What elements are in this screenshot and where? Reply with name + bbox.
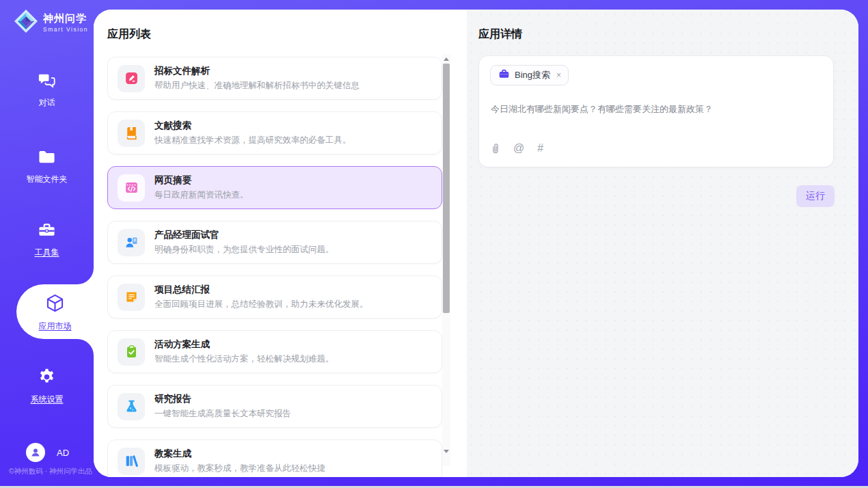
tag-close-icon[interactable]: × — [556, 70, 561, 80]
app-card[interactable]: 网页摘要 每日政府新闻资讯快查。 — [107, 166, 442, 209]
app-card-title: 招标文件解析 — [154, 65, 360, 77]
brand-logo: 神州问学 Smart Vision — [14, 9, 88, 36]
query-text-input[interactable]: 今日湖北有哪些新闻要点？有哪些需要关注的最新政策？ — [491, 103, 822, 116]
attachment-icon[interactable] — [491, 142, 500, 154]
scrollbar[interactable] — [442, 55, 450, 466]
mention-icon[interactable]: @ — [513, 142, 524, 154]
app-card-title: 活动方案生成 — [154, 338, 334, 351]
app-card-desc: 快速精准查找学术资源，提高研究效率的必备工具。 — [154, 135, 351, 146]
app-detail-panel: 应用详情 Bing搜索 × 今日湖北有哪些新闻要点？有哪些需要关注的最新政策？ — [467, 10, 858, 477]
books-icon — [118, 448, 145, 475]
app-detail-title: 应用详情 — [478, 27, 835, 42]
tool-tag-bing-search[interactable]: Bing搜索 × — [490, 65, 569, 85]
gear-icon — [38, 368, 56, 389]
run-button[interactable]: 运行 — [796, 185, 835, 207]
app-card[interactable]: 教案生成 模板驱动，教案秒成，教学准备从此轻松快捷 — [107, 439, 442, 477]
app-card-desc: 智能生成个性化活动方案，轻松解决规划难题。 — [154, 353, 334, 365]
tag-label: Bing搜索 — [515, 69, 550, 81]
app-card[interactable]: 文献搜索 快速精准查找学术资源，提高研究效率的必备工具。 — [107, 111, 442, 154]
cube-icon — [45, 293, 65, 316]
app-card-title: 项目总结汇报 — [154, 284, 368, 296]
app-card-title: 教案生成 — [154, 448, 325, 460]
app-list-title: 应用列表 — [107, 27, 442, 42]
app-card-desc: 一键智能生成高质量长文本研究报告 — [154, 408, 291, 420]
brand-diamond-icon — [14, 9, 38, 36]
scroll-down-icon[interactable] — [442, 447, 450, 455]
app-list-panel: 应用列表 招标文件解析 帮助用户快速、准确地理解和解析招标书中的关键信息 文献搜… — [94, 10, 467, 477]
briefcase-icon — [498, 68, 510, 82]
content-area: 应用列表 招标文件解析 帮助用户快速、准确地理解和解析招标书中的关键信息 文献搜… — [94, 10, 858, 477]
scroll-up-icon[interactable] — [442, 55, 450, 63]
app-card-title: 研究报告 — [154, 393, 291, 405]
research-icon — [118, 393, 145, 420]
book-icon — [118, 120, 145, 147]
sidebar-item-toolbox[interactable]: 工具集 — [0, 221, 94, 258]
sidebar-item-chat[interactable]: 对话 — [0, 71, 94, 109]
prompt-input-card[interactable]: Bing搜索 × 今日湖北有哪些新闻要点？有哪些需要关注的最新政策？ @ # — [478, 55, 834, 167]
brand-name: 神州问学 — [43, 12, 88, 25]
hash-icon[interactable]: # — [537, 142, 543, 154]
app-card-title: 产品经理面试官 — [154, 229, 334, 241]
app-card-title: 网页摘要 — [154, 174, 249, 187]
app-card-desc: 全面回顾项目进展，总结经验教训，助力未来优化发展。 — [154, 299, 368, 310]
app-card[interactable]: 产品经理面试官 明确身份和职责，为您提供专业性的面试问题。 — [107, 221, 442, 264]
app-card-desc: 模板驱动，教案秒成，教学准备从此轻松快捷 — [154, 463, 325, 474]
user-name: AD — [57, 448, 69, 458]
app-card[interactable]: 招标文件解析 帮助用户快速、准确地理解和解析招标书中的关键信息 — [107, 57, 442, 100]
browser-icon — [118, 174, 145, 202]
scrollbar-thumb[interactable] — [443, 64, 450, 313]
sidebar-item-folder[interactable]: 智能文件夹 — [0, 148, 94, 185]
app-card[interactable]: 研究报告 一键智能生成高质量长文本研究报告 — [107, 385, 442, 428]
app-card-desc: 每日政府新闻资讯快查。 — [154, 189, 249, 201]
chat-icon — [38, 71, 56, 92]
sidebar: 神州问学 Smart Vision 对话 智能文件夹 工具集 应用市场 系统设置 — [0, 0, 94, 488]
copyright-text: ©神州数码 · 神州问学出品 — [9, 467, 92, 476]
app-card[interactable]: 项目总结汇报 全面回顾项目进展，总结经验教训，助力未来优化发展。 — [107, 275, 442, 318]
toolbox-icon — [38, 221, 56, 242]
user-account[interactable]: AD — [26, 443, 69, 462]
note-icon — [118, 284, 145, 311]
interview-icon — [118, 229, 145, 256]
sidebar-item-gear[interactable]: 系统设置 — [0, 368, 94, 405]
app-card-desc: 帮助用户快速、准确地理解和解析招标书中的关键信息 — [154, 80, 360, 92]
user-avatar-icon — [26, 443, 45, 462]
app-card-list: 招标文件解析 帮助用户快速、准确地理解和解析招标书中的关键信息 文献搜索 快速精… — [107, 57, 442, 477]
clipboard-icon — [118, 338, 145, 366]
edit-doc-icon — [118, 65, 145, 92]
brand-subtitle: Smart Vision — [43, 26, 88, 33]
sidebar-item-cube[interactable]: 应用市场 — [16, 293, 94, 332]
input-toolbar: @ # — [491, 142, 543, 154]
app-card-title: 文献搜索 — [154, 120, 351, 132]
app-card-desc: 明确身份和职责，为您提供专业性的面试问题。 — [154, 244, 334, 256]
folder-icon — [38, 148, 56, 169]
app-card[interactable]: 活动方案生成 智能生成个性化活动方案，轻松解决规划难题。 — [107, 330, 442, 373]
